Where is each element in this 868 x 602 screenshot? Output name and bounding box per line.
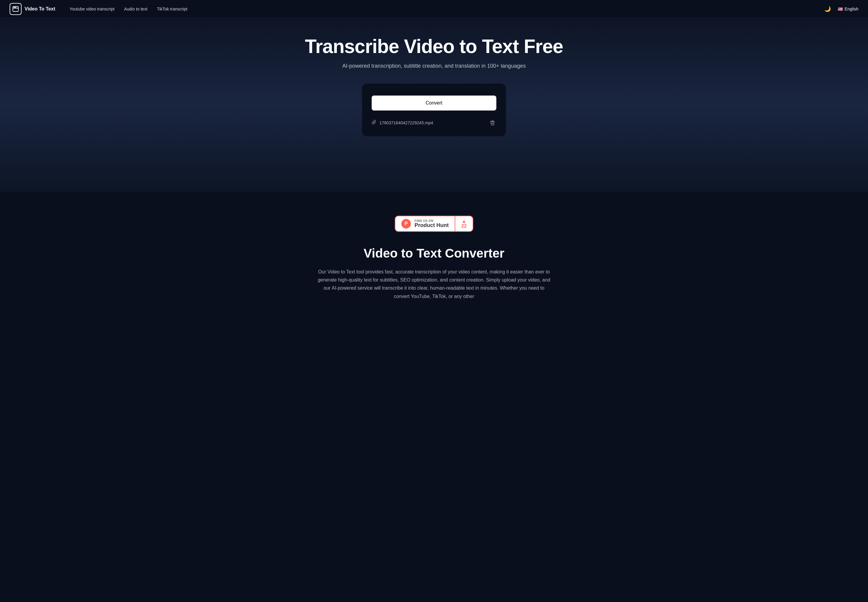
product-hunt-name: Product Hunt [414, 223, 449, 229]
theme-toggle-button[interactable]: 🌙 [822, 4, 833, 14]
language-label: English [845, 6, 859, 11]
brand-logo-icon [9, 3, 22, 15]
product-hunt-badge[interactable]: P FIND US ON Product Hunt ▲ 22 [395, 216, 473, 232]
converter-title: Video to Text Converter [9, 246, 859, 261]
nav-item-tiktok[interactable]: TikTok transcript [157, 6, 187, 11]
nav-item-audio[interactable]: Audio to text [124, 6, 148, 11]
product-hunt-logo: P [401, 219, 411, 229]
product-hunt-left: P FIND US ON Product Hunt [396, 216, 455, 231]
flag-icon: 🇺🇸 [838, 6, 843, 11]
navbar-right: 🌙 🇺🇸 English [822, 4, 859, 14]
product-hunt-text: FIND US ON Product Hunt [414, 219, 449, 229]
delete-file-button[interactable] [489, 119, 496, 127]
nav-links: Youtube video transcript Audio to text T… [69, 6, 822, 11]
product-hunt-count: 22 [461, 224, 467, 229]
product-hunt-arrow: ▲ [462, 219, 466, 224]
converter-description: Our Video to Text tool provides fast, ac… [317, 268, 551, 300]
attachment-icon [372, 120, 377, 126]
nav-item-youtube[interactable]: Youtube video transcript [69, 6, 114, 11]
svg-point-2 [15, 7, 16, 8]
upload-card: Convert 1760371640427229245.mp4 [362, 84, 506, 136]
product-hunt-wrapper: P FIND US ON Product Hunt ▲ 22 [9, 216, 859, 232]
brand-logo-link[interactable]: Video To Text [9, 3, 55, 15]
moon-icon: 🌙 [824, 6, 831, 12]
hero-title: Transcribe Video to Text Free [9, 36, 859, 57]
brand-name: Video To Text [25, 6, 55, 12]
hero-content: Transcribe Video to Text Free AI-powered… [9, 36, 859, 136]
svg-point-1 [14, 7, 15, 8]
upload-card-wrapper: Convert 1760371640427229245.mp4 [9, 84, 859, 136]
file-info: 1760371640427229245.mp4 [372, 120, 433, 126]
file-row: 1760371640427229245.mp4 [372, 118, 496, 128]
convert-button[interactable]: Convert [372, 95, 496, 111]
hero-subtitle: AI-powered transcription, subtitle creat… [9, 63, 859, 69]
language-button[interactable]: 🇺🇸 English [838, 6, 859, 11]
product-hunt-right: ▲ 22 [455, 216, 472, 231]
navbar: Video To Text Youtube video transcript A… [0, 0, 868, 18]
file-name: 1760371640427229245.mp4 [379, 120, 433, 125]
dark-section: P FIND US ON Product Hunt ▲ 22 Video to … [0, 192, 868, 318]
product-hunt-find-us: FIND US ON [414, 219, 433, 223]
hero-section: Transcribe Video to Text Free AI-powered… [0, 18, 868, 192]
